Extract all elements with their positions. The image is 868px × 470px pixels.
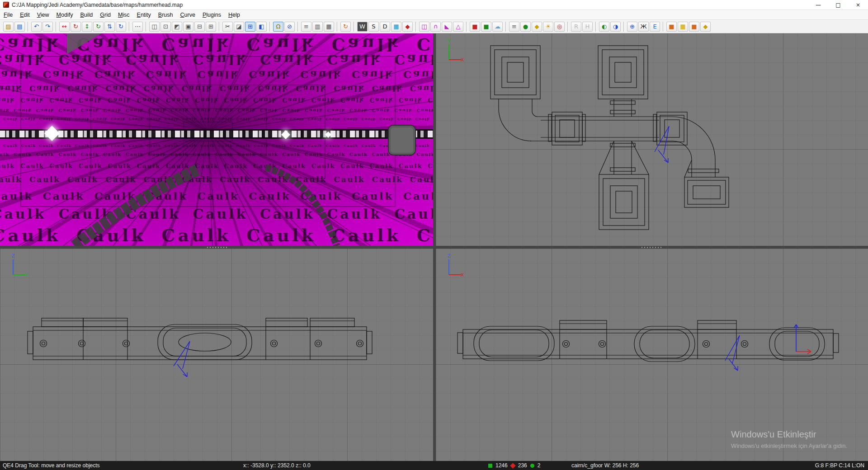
anchor-icon[interactable]: ⊕ [627,22,637,32]
yz-viewport[interactable]: Z X [436,249,868,461]
close-button[interactable]: × [848,0,868,9]
axis-v-label: Z [12,253,15,258]
wireframe-mode-icon[interactable]: W [357,22,368,32]
patch-cylinder-icon[interactable]: ◫ [419,22,429,32]
rotate-z-icon[interactable]: ↻ [116,22,126,32]
csg-subtract-icon[interactable]: ⊟ [194,22,205,32]
e-plugin-icon[interactable]: E [650,22,660,32]
refresh-shaders-icon[interactable]: ↻ [340,22,351,32]
lightbulb-icon[interactable]: ☀ [543,22,553,32]
redo-icon[interactable]: ↷ [42,22,53,32]
menu-edit[interactable]: Edit [16,10,33,19]
menu-grid[interactable]: Grid [96,10,114,19]
xz-viewport[interactable]: Z Y [0,249,433,461]
menu-modify[interactable]: Modify [53,10,77,19]
bobtoolz-icon[interactable]: ■ [666,22,677,32]
titlebar: C:/JA Mapping/Jedi Academy/Gamedata/base… [0,0,868,10]
texture-lock-icon[interactable]: Ω [273,22,283,32]
cubic-clip-icon[interactable]: ◧ [256,22,267,32]
r-mode-icon[interactable]: R [571,22,581,32]
xy-wireframe [436,33,868,246]
open-icon[interactable]: ▨ [3,22,14,32]
minimize-button[interactable]: — [808,0,828,9]
flip-x-icon[interactable]: ↔ [59,22,70,32]
csg-merge-icon[interactable]: ⊞ [206,22,216,32]
select-partial-tall-icon[interactable]: ◩ [172,22,182,32]
toolbar-separator [595,22,596,32]
menu-brush[interactable]: Brush [155,10,177,19]
model-filter-icon[interactable]: ◆ [402,22,413,32]
clipper-icon[interactable]: ✂ [222,22,233,32]
status-texture-info: cairn/c_gfoor W: 256 H: 256 [571,462,639,469]
light-draw-icon[interactable]: ● [520,22,531,32]
toolbar-separator [663,22,664,32]
menu-view[interactable]: View [33,10,53,19]
menu-entity[interactable]: Entity [133,10,155,19]
maximize-button[interactable]: □ [828,0,848,9]
texture-window-icon[interactable]: ▦ [324,22,334,32]
plugin-cam-icon[interactable]: ◑ [610,22,621,32]
camera-viewport[interactable]: Caulk Caulk Caulk Caulk Caulk Caulk Caul… [0,33,433,246]
no-clip-icon[interactable]: ◎ [554,22,565,32]
flip-z-icon[interactable]: ⇅ [104,22,115,32]
plugin-globe-icon[interactable]: ◐ [599,22,609,32]
select-complete-tall-icon[interactable]: ◫ [149,22,160,32]
rotate-y-icon[interactable]: ↻ [93,22,104,32]
texture-scale-lock-icon[interactable]: ⊘ [284,22,295,32]
entity-count-icon [510,463,516,469]
bug-icon[interactable]: Ж [638,22,649,32]
menu-curve[interactable]: Curve [177,10,199,19]
entity-list-icon[interactable]: ≡ [301,22,311,32]
gensurf-icon[interactable]: ▦ [678,22,688,32]
splitter-handle[interactable] [206,246,227,249]
toggle-view-icon[interactable]: ⊞ [245,22,255,32]
toolbar-separator [354,22,354,32]
select-inside-icon[interactable]: ▣ [183,22,193,32]
menu-build[interactable]: Build [76,10,96,19]
prefab-icon[interactable]: ◆ [532,22,542,32]
rotate-x-icon[interactable]: ↻ [71,22,81,32]
filter-entities-icon[interactable]: ■ [470,22,480,32]
toolbar-separator [56,22,57,32]
axis-h-label: X [461,57,464,62]
menu-file[interactable]: File [0,10,16,19]
patch-bevel-icon[interactable]: ◣ [442,22,452,32]
status-tool-hint: QE4 Drag Tool: move and resize objects [0,462,202,469]
sunplug-icon[interactable]: ◆ [700,22,711,32]
h-mode-icon[interactable]: H [582,22,593,32]
patch-cone-icon[interactable]: △ [453,22,463,32]
undo-icon[interactable]: ↶ [31,22,42,32]
entity-inspector-icon[interactable]: ≡ [509,22,519,32]
sky-icon[interactable]: ☁ [492,22,503,32]
toolbar-separator [567,22,568,32]
xy-viewport[interactable]: Y X [436,33,868,246]
radiant-window: C:/JA Mapping/Jedi Academy/Gamedata/base… [0,0,868,470]
axis-h-label: X [461,272,464,277]
status-counts: 1246 236 2 [488,462,561,469]
filter-world-icon[interactable]: ■ [481,22,491,32]
toolbar-separator [28,22,28,32]
solid-mode-icon[interactable]: S [368,22,379,32]
textured-mode-icon[interactable]: D [380,22,390,32]
patch-endcap-icon[interactable]: ∩ [430,22,441,32]
patch-grid-icon[interactable]: ▦ [391,22,401,32]
prtview-icon[interactable]: ■ [689,22,699,32]
axis-indicator: Z Y [7,253,29,280]
flat-shade-icon[interactable]: ◪ [234,22,244,32]
menu-help[interactable]: Help [225,10,244,19]
more-tools-icon[interactable]: ⋯ [132,22,143,32]
console-icon[interactable]: ▥ [312,22,323,32]
axis-h-label: Y [25,272,28,277]
status-grid-info: G:8 F:BP C:14 L:ON [815,462,868,469]
select-touching-icon[interactable]: ⊡ [160,22,171,32]
toolbar-separator [297,22,298,32]
toolbar: ▨▤↶↷↔↻↕↻⇅↻⋯◫⊡◩▣⊟⊞✂◪⊞◧Ω⊘≡▥▦↻WSD▦◆◫∩◣△■■☁≡… [0,20,868,33]
menu-plugins[interactable]: Plugins [199,10,225,19]
splitter-handle[interactable] [641,246,661,249]
axis-indicator: Y X [443,38,465,65]
flip-y-icon[interactable]: ↕ [82,22,92,32]
xz-wireframe [0,249,433,461]
save-icon[interactable]: ▤ [14,22,25,32]
menu-misc[interactable]: Misc [114,10,133,19]
axis-v-label: Y [447,38,451,43]
